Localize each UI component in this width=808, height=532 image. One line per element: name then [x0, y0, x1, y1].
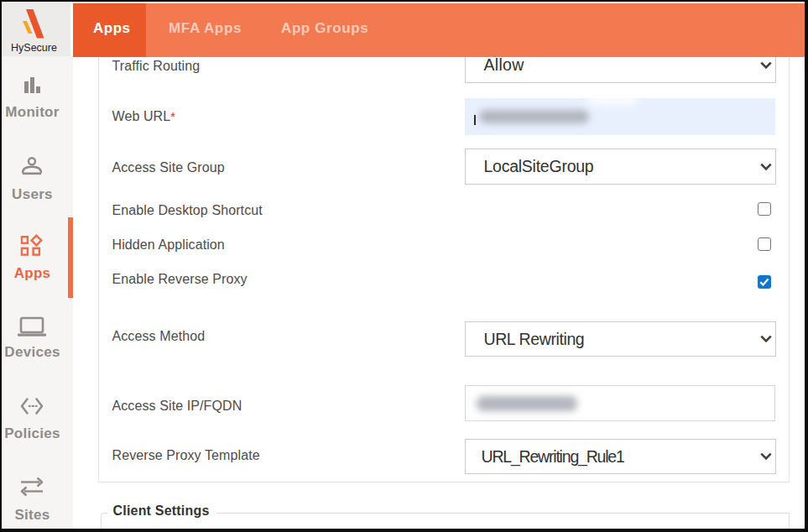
- svg-text:HySecure: HySecure: [11, 42, 57, 54]
